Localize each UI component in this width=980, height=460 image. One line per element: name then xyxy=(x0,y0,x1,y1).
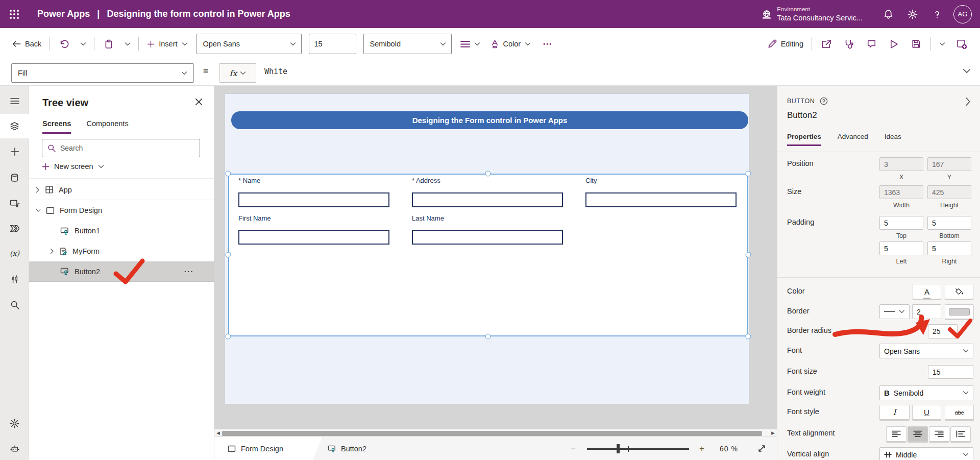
padding-bottom-input[interactable] xyxy=(927,216,971,230)
tab-properties[interactable]: Properties xyxy=(787,133,821,146)
zoom-out-button[interactable]: − xyxy=(571,444,576,454)
collapse-panel-chevron[interactable] xyxy=(965,97,971,106)
paste-dropdown-chevron[interactable] xyxy=(120,34,135,54)
position-y-input[interactable] xyxy=(927,157,971,171)
tab-advanced[interactable]: Advanced xyxy=(838,133,868,146)
settings-gear-icon[interactable] xyxy=(900,0,925,28)
help-icon[interactable] xyxy=(925,0,949,28)
tab-components[interactable]: Components xyxy=(86,119,128,134)
comments-button[interactable] xyxy=(860,34,883,54)
undo-button[interactable] xyxy=(53,34,76,54)
rail-power-automate-icon[interactable] xyxy=(0,216,29,240)
notifications-bell-icon[interactable] xyxy=(876,0,900,28)
text-color-button[interactable]: A xyxy=(913,284,941,299)
font-select[interactable]: Open Sans xyxy=(879,344,973,358)
more-commands-button[interactable]: ⋯ xyxy=(536,34,558,54)
align-justify-button[interactable] xyxy=(950,426,971,442)
screen-form-design[interactable]: Designing the Form control in Power Apps… xyxy=(225,94,749,404)
button1-banner[interactable]: Designing the Form control in Power Apps xyxy=(231,111,748,129)
formula-input[interactable] xyxy=(264,67,826,76)
app-checker-icon[interactable] xyxy=(838,34,860,54)
share-button[interactable] xyxy=(815,34,838,54)
align-center-button[interactable] xyxy=(908,426,928,442)
editing-mode-button[interactable]: Editing xyxy=(763,34,808,54)
strikethrough-button[interactable]: abc xyxy=(945,405,974,420)
color-menu[interactable]: Color xyxy=(485,34,536,54)
property-selector[interactable]: Fill xyxy=(11,63,194,83)
resize-handle-top-left[interactable] xyxy=(226,171,231,177)
vertical-align-select[interactable]: Middle xyxy=(879,447,973,460)
rail-tree-view-icon[interactable] xyxy=(0,114,29,138)
avatar[interactable]: AG xyxy=(953,5,972,23)
undo-dropdown-chevron[interactable] xyxy=(76,34,91,54)
tree-item-button1[interactable]: Button1 xyxy=(29,221,214,241)
align-right-button[interactable] xyxy=(929,426,949,442)
tab-screens[interactable]: Screens xyxy=(42,119,71,134)
fx-dropdown[interactable]: fx xyxy=(219,63,256,83)
padding-left-input[interactable] xyxy=(879,241,923,255)
tree-search-box[interactable] xyxy=(42,139,200,157)
fit-to-window-icon[interactable] xyxy=(757,444,766,453)
scrollbar-thumb[interactable] xyxy=(222,431,762,436)
selection-outline[interactable] xyxy=(228,174,748,336)
fill-color-bucket-button[interactable] xyxy=(945,284,973,299)
zoom-slider-handle[interactable] xyxy=(617,444,620,453)
tree-item-myform[interactable]: MyForm xyxy=(29,241,214,261)
text-alignment-menu[interactable] xyxy=(455,34,485,54)
preview-play-button[interactable] xyxy=(883,34,905,54)
rail-insert-icon[interactable] xyxy=(0,139,29,164)
new-screen-button[interactable]: New screen xyxy=(42,162,104,171)
padding-top-input[interactable] xyxy=(879,216,923,230)
align-left-button[interactable] xyxy=(886,426,906,442)
resize-handle-bottom-left[interactable] xyxy=(226,334,231,340)
tab-ideas[interactable]: Ideas xyxy=(885,133,901,146)
collapse-rail-hamburger-icon[interactable] xyxy=(0,89,29,113)
rail-copilot-icon[interactable] xyxy=(0,437,29,460)
tree-item-app[interactable]: App xyxy=(29,180,214,200)
zoom-slider-track[interactable] xyxy=(587,448,689,450)
font-family-select[interactable]: Open Sans xyxy=(197,34,302,54)
border-radius-input[interactable] xyxy=(928,324,958,338)
position-x-input[interactable] xyxy=(879,157,923,171)
horizontal-scrollbar[interactable]: ◀ ▶ xyxy=(214,429,777,437)
resize-handle-bottom-center[interactable] xyxy=(485,334,491,340)
rail-settings-icon[interactable] xyxy=(0,411,29,435)
underline-button[interactable]: U xyxy=(912,405,941,420)
close-panel-icon[interactable] xyxy=(195,98,203,106)
item-more-options[interactable]: ··· xyxy=(184,268,194,275)
font-size-input[interactable] xyxy=(309,34,356,54)
resize-handle-top-right[interactable] xyxy=(746,171,751,177)
font-weight-select[interactable]: Semibold xyxy=(363,34,452,54)
paste-button[interactable] xyxy=(97,34,120,54)
rail-variables-icon[interactable]: (x) xyxy=(0,241,29,265)
insert-button[interactable]: Insert xyxy=(142,34,192,54)
back-button[interactable]: Back xyxy=(7,34,46,54)
font-size-input-panel[interactable] xyxy=(928,365,973,379)
formula-bar-expand-chevron[interactable] xyxy=(963,68,971,74)
padding-right-input[interactable] xyxy=(927,241,971,255)
resize-handle-bottom-right[interactable] xyxy=(746,334,751,340)
italic-button[interactable]: I xyxy=(879,405,910,420)
rail-data-icon[interactable] xyxy=(0,165,29,190)
border-weight-input[interactable] xyxy=(912,304,941,319)
search-input[interactable] xyxy=(60,144,194,152)
rail-advanced-tools-icon[interactable] xyxy=(0,267,29,292)
border-style-select[interactable] xyxy=(879,304,910,319)
breadcrumb-control[interactable]: Button2 xyxy=(328,437,366,460)
breadcrumb-screen[interactable]: Form Design xyxy=(214,437,323,460)
waffle-menu-icon[interactable] xyxy=(0,0,28,28)
border-color-swatch-button[interactable] xyxy=(945,304,974,319)
size-width-input[interactable] xyxy=(879,185,923,199)
tree-item-button2[interactable]: Button2 ··· xyxy=(29,261,214,282)
zoom-in-button[interactable]: + xyxy=(699,444,704,454)
save-button[interactable] xyxy=(905,34,927,54)
scroll-right-arrow[interactable]: ▶ xyxy=(771,430,775,436)
font-weight-select-panel[interactable]: B Semibold xyxy=(879,385,973,400)
rail-search-icon[interactable] xyxy=(0,293,29,317)
scroll-left-arrow[interactable]: ◀ xyxy=(216,430,220,436)
resize-handle-top-center[interactable] xyxy=(485,171,491,177)
resize-handle-middle-right[interactable] xyxy=(746,252,751,258)
tree-item-form-design[interactable]: Form Design xyxy=(29,200,214,221)
control-help-icon[interactable] xyxy=(820,97,828,105)
publish-button[interactable] xyxy=(950,34,973,54)
